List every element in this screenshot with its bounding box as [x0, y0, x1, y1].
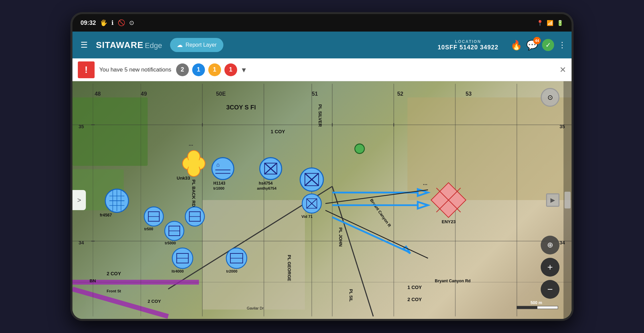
status-icon-no: 🚫 [118, 19, 125, 27]
svg-text:50E: 50E [216, 91, 226, 97]
svg-text:H1143: H1143 [213, 181, 225, 186]
notif-badge-red[interactable]: 1 [224, 63, 237, 76]
svg-text:48: 48 [95, 91, 101, 97]
svg-text:1 COY: 1 COY [271, 129, 285, 134]
header-icons: 🔥 💬 44 ✓ ⋮ [511, 39, 566, 51]
svg-text:3COY S Fl: 3COY S Fl [226, 104, 256, 111]
status-icon-info: ℹ [111, 19, 114, 27]
svg-text:Bryant Canyon R: Bryant Canyon R [369, 198, 392, 228]
logo: SITAWARE Edge [96, 40, 162, 50]
svg-text:···: ··· [189, 142, 194, 148]
hamburger-menu[interactable]: ☰ [78, 38, 91, 52]
svg-text:Gavilar Dr: Gavilar Dr [247, 306, 264, 310]
status-icon-hand: 🖐 [100, 19, 107, 27]
svg-text:51: 51 [312, 91, 318, 97]
chat-badge: 44 [533, 37, 541, 44]
svg-point-106 [355, 144, 365, 154]
logo-edge: Edge [145, 41, 162, 50]
compass-icon: ⊙ [541, 88, 559, 107]
svg-rect-120 [517, 306, 537, 309]
header: ☰ SITAWARE Edge ☁ Report Layer LOCATION … [72, 32, 572, 58]
status-time: 09:32 [80, 19, 96, 27]
svg-text:Vid 71: Vid 71 [302, 215, 313, 219]
direction-arrow[interactable]: ▶ [546, 193, 559, 207]
status-icon-circle: ⊙ [129, 19, 134, 27]
check-icon[interactable]: ✓ [542, 39, 554, 51]
side-panel-toggle[interactable]: > [72, 190, 86, 210]
notification-alert-icon: ! [78, 61, 95, 78]
svg-text:PL SILVER: PL SILVER [318, 104, 323, 127]
zoom-out-button[interactable]: − [541, 280, 559, 299]
svg-text:Unk33: Unk33 [177, 176, 190, 181]
svg-text:tr500: tr500 [144, 227, 153, 231]
svg-text:⌂: ⌂ [216, 161, 220, 168]
svg-text:PL JOHN: PL JOHN [338, 228, 343, 247]
minus-icon: − [547, 284, 553, 295]
wifi-icon: 📶 [547, 20, 553, 26]
svg-text:2 COY: 2 COY [107, 271, 121, 276]
side-panel-arrow: > [77, 196, 81, 204]
svg-marker-110 [418, 202, 428, 208]
map-controls: ⊕ + − [541, 236, 559, 299]
svg-text:tr5000: tr5000 [165, 241, 176, 245]
status-left: 09:32 🖐 ℹ 🚫 ⊙ [80, 19, 134, 27]
gps-icon: ⊕ [547, 241, 553, 249]
plus-icon: + [547, 262, 553, 273]
svg-text:Front St: Front St [107, 289, 121, 293]
svg-text:ltr4000: ltr4000 [172, 269, 184, 273]
notification-text: You have 5 new notifications [99, 66, 171, 73]
svg-text:tr2000: tr2000 [226, 269, 237, 273]
notification-badges: 2 1 1 1 ▾ [176, 63, 246, 76]
svg-text:hs4754: hs4754 [259, 181, 273, 186]
notification-chevron[interactable]: ▾ [242, 65, 246, 75]
notif-badge-blue[interactable]: 1 [192, 63, 205, 76]
checkmark: ✓ [545, 41, 551, 49]
zoom-in-button[interactable]: + [541, 258, 559, 277]
fire-icon[interactable]: 🔥 [511, 40, 522, 51]
compass-button[interactable]: ⊙ [541, 88, 559, 107]
svg-text:PL BACK RD: PL BACK RD [191, 180, 196, 207]
location-label: LOCATION [438, 39, 498, 44]
map-container[interactable]: 48 49 50E 51 52 53 35 35 34 34 PL SILVER… [72, 81, 572, 319]
svg-text:BN: BN [90, 278, 96, 283]
scrollbar-thumb [565, 192, 571, 208]
svg-text:500 m: 500 m [531, 300, 542, 305]
svg-rect-64 [189, 158, 199, 169]
more-options-icon[interactable]: ⋮ [558, 40, 566, 50]
notif-badge-yellow[interactable]: 1 [208, 63, 221, 76]
cloud-icon: ☁ [177, 41, 183, 49]
logo-sitaware: SITAWARE [96, 40, 144, 50]
svg-text:34: 34 [78, 240, 84, 245]
status-bar: 09:32 🖐 ℹ 🚫 ⊙ 📍 📶 🔋 [72, 14, 572, 32]
svg-text:PL GEORGE: PL GEORGE [287, 255, 292, 281]
svg-text:52: 52 [397, 91, 403, 97]
svg-rect-0 [72, 97, 148, 166]
svg-text:amthy6754: amthy6754 [257, 186, 277, 190]
svg-rect-3 [408, 97, 572, 200]
svg-text:35: 35 [78, 124, 84, 129]
svg-text:49: 49 [141, 91, 147, 97]
svg-point-66 [212, 158, 234, 180]
location-value: 10SFF 51420 34922 [438, 44, 498, 51]
notif-badge-gray[interactable]: 2 [176, 63, 189, 76]
gps-button[interactable]: ⊕ [541, 236, 559, 254]
svg-text:Bryant Canyon Rd: Bryant Canyon Rd [435, 279, 471, 283]
svg-text:fr4567: fr4567 [100, 213, 112, 218]
report-layer-button[interactable]: ☁ Report Layer [170, 38, 223, 52]
location-status-icon: 📍 [537, 20, 543, 26]
notification-bar: ! You have 5 new notifications 2 1 1 1 ▾… [72, 58, 572, 81]
notification-close[interactable]: ✕ [559, 65, 566, 75]
header-location: LOCATION 10SFF 51420 34922 [438, 39, 498, 51]
svg-text:ENY23: ENY23 [442, 219, 456, 224]
chat-icon-wrapper[interactable]: 💬 44 [526, 40, 538, 51]
svg-text:1 COY: 1 COY [408, 285, 422, 290]
map-svg: 48 49 50E 51 52 53 35 35 34 34 PL SILVER… [72, 81, 572, 319]
right-scrollbar[interactable] [564, 81, 572, 319]
svg-line-111 [332, 217, 408, 251]
right-arrow-icon: ▶ [546, 193, 559, 207]
svg-text:2 COY: 2 COY [408, 297, 422, 302]
report-layer-label: Report Layer [185, 42, 217, 48]
svg-text:PL SIL: PL SIL [348, 289, 353, 302]
svg-text:2 COY: 2 COY [148, 299, 161, 304]
svg-text:···: ··· [423, 181, 428, 187]
